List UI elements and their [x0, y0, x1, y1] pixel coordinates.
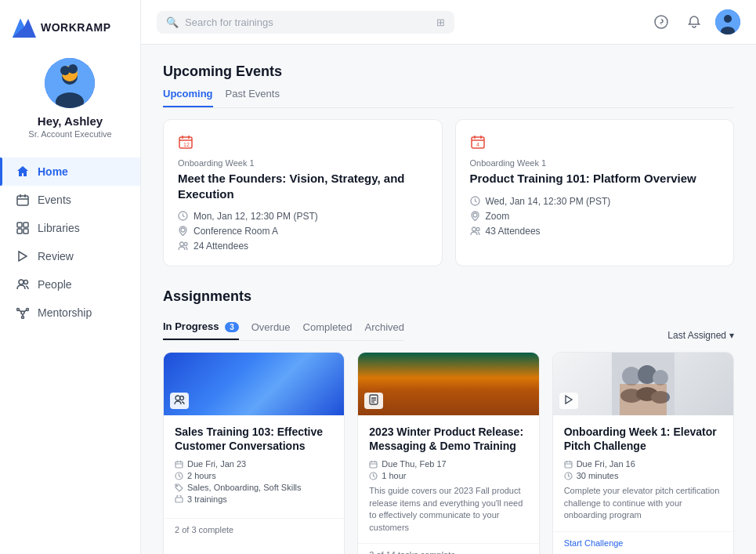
nav-label-events: Events	[38, 194, 71, 206]
trainings-icon-1	[175, 495, 183, 504]
svg-point-8	[68, 64, 78, 74]
card-body-3: Onboarding Week 1: Elevator Pitch Challe…	[553, 415, 733, 531]
card-body-1: Sales Training 103: Effective Customer C…	[164, 415, 344, 518]
challenge-icon	[563, 394, 574, 405]
in-progress-badge: 3	[225, 322, 239, 332]
assign-duration-text-2: 1 hour	[382, 471, 406, 480]
assign-duration-text-1: 2 hours	[187, 471, 216, 480]
assign-due-text-3: Due Fri, Jan 16	[577, 459, 635, 469]
nav-item-home[interactable]: Home	[0, 158, 140, 186]
event-icon-2: 4	[470, 134, 720, 154]
svg-point-20	[22, 317, 24, 319]
sort-label: Last Assigned	[667, 330, 726, 341]
tab-upcoming[interactable]: Upcoming	[163, 88, 213, 107]
due-date-icon-2	[369, 460, 378, 469]
svg-point-24	[655, 16, 667, 28]
chevron-down-icon: ▾	[729, 330, 734, 341]
svg-point-34	[181, 228, 185, 232]
tab-in-progress[interactable]: In Progress 3	[163, 320, 239, 340]
assign-title-3: Onboarding Week 1: Elevator Pitch Challe…	[564, 425, 722, 453]
assign-due-text-1: Due Fri, Jan 23	[187, 459, 246, 469]
svg-rect-10	[17, 223, 22, 227]
card-body-2: 2023 Winter Product Release: Messaging &…	[358, 415, 538, 543]
nav-label-home: Home	[38, 165, 68, 178]
event-title-1: Meet the Founders: Vision, Strategy, and…	[178, 171, 428, 201]
attendees-icon-1	[178, 241, 189, 252]
event-card-2[interactable]: 4 Onboarding Week 1 Product Training 101…	[455, 119, 735, 266]
nav-item-mentorship[interactable]: Mentorship	[0, 299, 140, 327]
event-attendees-text-2: 43 Attendees	[486, 226, 541, 237]
svg-marker-14	[19, 252, 27, 261]
assignment-card-2[interactable]: 2023 Winter Product Release: Messaging &…	[357, 352, 539, 554]
nav-item-people[interactable]: People	[0, 270, 140, 299]
event-title-2: Product Training 101: Platform Overview	[470, 171, 720, 186]
card3-image-svg	[612, 353, 675, 415]
header-icons	[649, 9, 740, 34]
event-series-1: Onboarding Week 1	[178, 158, 428, 168]
nav-label-people: People	[38, 278, 72, 291]
svg-point-44	[472, 227, 476, 231]
event-attendees-1: 24 Attendees	[178, 241, 428, 252]
svg-rect-54	[175, 498, 183, 502]
event-date-2: Wed, Jan 14, 12:30 PM (PST)	[470, 196, 720, 207]
event-date-1: Mon, Jan 12, 12:30 PM (PST)	[178, 211, 428, 222]
assign-meta-2: Due Thu, Feb 17 1 hour	[369, 459, 527, 480]
assignments-grid: Sales Training 103: Effective Customer C…	[163, 352, 734, 554]
svg-point-36	[184, 243, 187, 246]
clock-icon-c1	[175, 472, 183, 480]
clock-icon-c2	[369, 472, 378, 480]
svg-text:4: 4	[476, 142, 479, 147]
top-header: 🔍 ⊞	[141, 0, 756, 45]
clock-icon-2	[470, 196, 481, 207]
logo-area: WORKRAMP	[0, 16, 124, 58]
svg-marker-72	[566, 396, 572, 404]
assignment-card-3[interactable]: Onboarding Week 1: Elevator Pitch Challe…	[552, 352, 734, 554]
nav-item-review[interactable]: Review	[0, 242, 140, 270]
svg-rect-59	[370, 462, 377, 468]
card-image-1	[164, 353, 344, 415]
sort-control[interactable]: Last Assigned ▾	[667, 330, 734, 341]
user-name: Hey, Ashley	[38, 114, 103, 128]
help-button[interactable]	[649, 10, 673, 34]
nav-item-libraries[interactable]: Libraries	[0, 214, 140, 242]
user-avatar-header[interactable]	[715, 9, 740, 34]
assign-meta-3: Due Fri, Jan 16 30 minutes	[564, 459, 722, 480]
clock-icon	[178, 211, 189, 222]
workramp-logo-icon	[13, 16, 36, 39]
tab-archived[interactable]: Archived	[364, 321, 404, 339]
attendees-icon-2	[470, 226, 481, 237]
svg-point-19	[27, 309, 29, 311]
assign-title-1: Sales Training 103: Effective Customer C…	[175, 425, 333, 453]
search-bar[interactable]: 🔍 ⊞	[157, 11, 454, 34]
search-input[interactable]	[185, 16, 430, 28]
assign-footer-1: 2 of 3 complete	[164, 518, 344, 541]
svg-rect-71	[620, 384, 667, 415]
play-icon	[16, 249, 30, 263]
clock-icon-c3	[564, 472, 573, 480]
filter-icon: ⊞	[436, 16, 445, 28]
event-card-1[interactable]: 12 Onboarding Week 1 Meet the Founders: …	[163, 119, 443, 266]
assignments-header: Assignments	[163, 288, 734, 313]
assign-meta-1: Due Fri, Jan 23 2 hours Sales, Onboardin…	[175, 459, 333, 504]
avatar[interactable]	[45, 58, 95, 108]
assignment-card-1[interactable]: Sales Training 103: Effective Customer C…	[163, 352, 345, 554]
nav-item-events[interactable]: Events	[0, 186, 140, 214]
event-location-1: Conference Room A	[178, 226, 428, 237]
logo-text: WORKRAMP	[41, 21, 111, 34]
svg-point-53	[176, 485, 177, 486]
tab-completed[interactable]: Completed	[303, 321, 353, 339]
search-icon: 🔍	[166, 16, 179, 28]
svg-point-15	[19, 280, 24, 284]
event-date-text-1: Mon, Jan 12, 12:30 PM (PST)	[194, 211, 318, 222]
tab-past-events[interactable]: Past Events	[226, 88, 280, 107]
tab-overdue[interactable]: Overdue	[251, 321, 291, 339]
assign-footer-3[interactable]: Start Challenge	[553, 531, 733, 554]
main-content: 🔍 ⊞ Upcoming Events Upcoming	[141, 0, 756, 554]
assign-due-3: Due Fri, Jan 16	[564, 459, 722, 469]
assign-tags-1: Sales, Onboarding, Soft Skills	[175, 483, 333, 492]
avatar-image	[45, 58, 95, 108]
svg-point-18	[17, 309, 20, 311]
network-icon	[16, 306, 30, 320]
notifications-button[interactable]	[682, 10, 706, 34]
svg-rect-13	[24, 229, 28, 234]
